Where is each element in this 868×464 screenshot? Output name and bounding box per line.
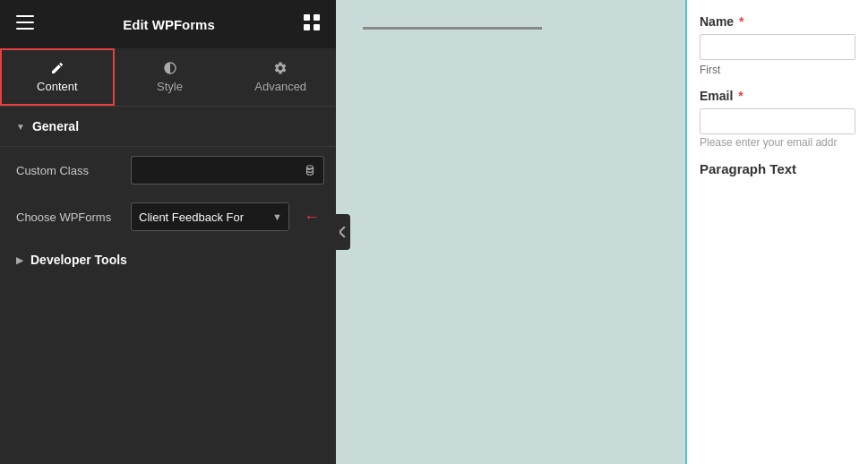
form-email-input[interactable] — [700, 108, 855, 134]
svg-rect-6 — [314, 24, 320, 30]
custom-class-row: Custom Class — [0, 147, 336, 193]
grid-icon[interactable] — [304, 14, 320, 34]
form-name-label: Name * — [700, 14, 855, 29]
svg-rect-1 — [16, 21, 34, 23]
dev-tools-chevron-icon: ▶ — [16, 255, 23, 265]
form-email-label: Email * — [700, 89, 855, 103]
email-required-star: * — [735, 89, 743, 103]
choose-wpforms-select[interactable]: Client Feedback For — [131, 202, 289, 231]
tab-content-label: Content — [37, 80, 78, 93]
sidebar: Edit WPForms Content Style — [0, 0, 336, 464]
main-content: Name * First Email * Please enter your e… — [336, 0, 868, 464]
tab-style-label: Style — [157, 80, 183, 93]
sidebar-header: Edit WPForms — [0, 0, 336, 48]
custom-class-label: Custom Class — [16, 164, 124, 177]
custom-class-input-wrapper — [131, 156, 324, 185]
choose-wpforms-select-wrapper: Client Feedback For ▼ — [131, 202, 289, 231]
tab-style[interactable]: Style — [115, 48, 226, 106]
form-preview-panel: Name * First Email * Please enter your e… — [685, 0, 868, 464]
form-paragraph-label: Paragraph Text — [700, 161, 855, 176]
divider-line — [363, 27, 542, 30]
form-email-placeholder: Please enter your email addr — [700, 136, 855, 149]
tab-content[interactable]: Content — [0, 48, 115, 106]
custom-class-db-icon[interactable] — [296, 156, 324, 185]
name-required-star: * — [735, 14, 743, 29]
developer-tools-header[interactable]: ▶ Developer Tools — [0, 240, 336, 279]
form-name-input[interactable] — [700, 34, 855, 60]
sidebar-title: Edit WPForms — [123, 17, 215, 32]
svg-rect-0 — [16, 15, 34, 17]
form-paragraph-group: Paragraph Text — [700, 161, 855, 176]
collapse-handle[interactable] — [336, 214, 350, 250]
choose-wpforms-row: Choose WPForms Client Feedback For ▼ ← — [0, 193, 336, 240]
dev-tools-label: Developer Tools — [30, 253, 127, 267]
red-arrow-indicator: ← — [304, 208, 320, 227]
svg-rect-5 — [304, 24, 310, 30]
svg-rect-3 — [304, 14, 310, 21]
general-section-label: General — [32, 119, 79, 133]
tabs-bar: Content Style Advanced — [0, 48, 336, 107]
svg-rect-2 — [16, 28, 34, 30]
tab-advanced[interactable]: Advanced — [225, 48, 336, 106]
form-first-sublabel: First — [700, 64, 855, 76]
form-email-group: Email * Please enter your email addr — [700, 89, 855, 149]
tab-advanced-label: Advanced — [254, 80, 306, 93]
general-section-header[interactable]: ▼ General — [0, 107, 336, 147]
custom-class-input[interactable] — [131, 156, 296, 185]
choose-wpforms-label: Choose WPForms — [16, 211, 124, 224]
svg-rect-4 — [314, 14, 320, 21]
form-name-group: Name * First — [700, 14, 855, 76]
hamburger-icon[interactable] — [16, 15, 34, 33]
general-chevron-icon: ▼ — [16, 122, 25, 132]
